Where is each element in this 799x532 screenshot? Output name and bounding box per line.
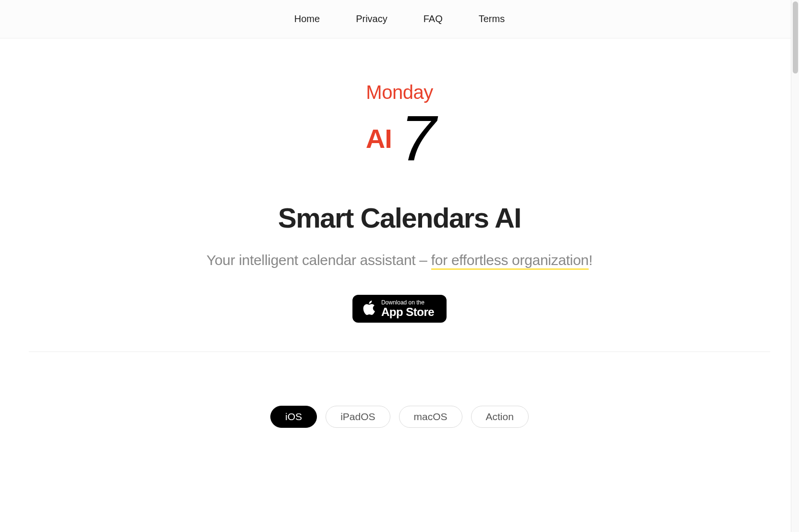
logo-day-label: Monday [366, 82, 433, 103]
sub-prefix: Your intelligent calendar assistant – [206, 252, 431, 268]
page-title: Smart Calendars AI [278, 202, 521, 234]
store-small-text: Download on the [381, 300, 434, 306]
sub-suffix: ! [589, 252, 593, 268]
nav-home[interactable]: Home [294, 13, 320, 24]
store-big-text: App Store [381, 306, 434, 318]
tab-action[interactable]: Action [471, 406, 529, 428]
sub-underline-1: for effortless or [431, 252, 524, 270]
scrollbar[interactable] [791, 0, 799, 428]
logo: Monday AI 7 [366, 82, 434, 170]
hero-subtitle: Your intelligent calendar assistant – fo… [206, 252, 593, 268]
tab-ipados[interactable]: iPadOS [326, 406, 390, 428]
scrollbar-thumb[interactable] [793, 1, 798, 73]
nav-terms[interactable]: Terms [479, 13, 505, 24]
top-nav: Home Privacy FAQ Terms [0, 0, 799, 38]
tab-macos[interactable]: macOS [399, 406, 462, 428]
logo-ai-text: AI [366, 123, 392, 154]
app-store-button[interactable]: Download on the App Store [352, 295, 447, 323]
platform-tabs: iOS iPadOS macOS Action [0, 352, 799, 428]
hero-section: Monday AI 7 Smart Calendars AI Your inte… [29, 38, 770, 352]
nav-faq[interactable]: FAQ [424, 13, 443, 24]
store-text: Download on the App Store [381, 300, 434, 318]
nav-privacy[interactable]: Privacy [356, 13, 387, 24]
apple-icon [362, 300, 375, 317]
logo-row: AI 7 [366, 106, 434, 170]
tab-ios[interactable]: iOS [270, 406, 317, 428]
sub-underline-2: ganization [524, 252, 589, 270]
logo-number-icon: 7 [400, 106, 434, 170]
